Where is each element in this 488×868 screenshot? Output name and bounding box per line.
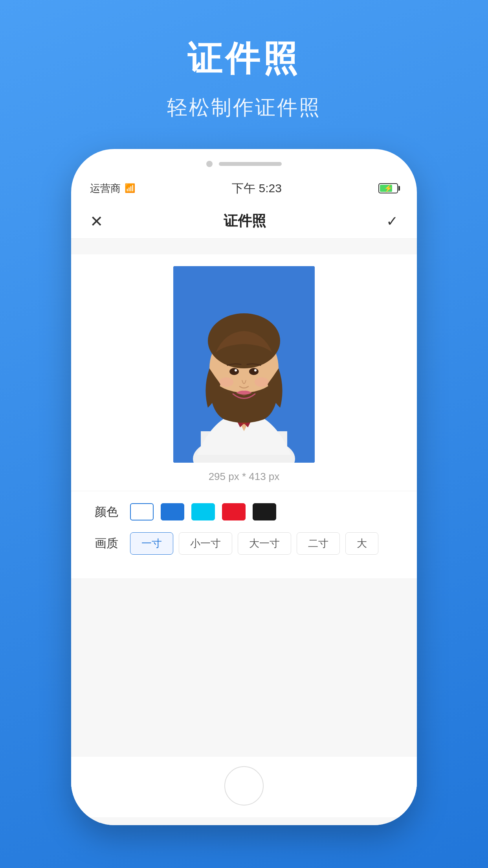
color-label: 颜色 bbox=[95, 504, 130, 520]
phone-frame: 运营商 📶 下午 5:23 ⚡ ✕ 证件照 ✓ bbox=[71, 149, 417, 825]
wifi-icon: 📶 bbox=[125, 183, 135, 193]
color-swatch-red[interactable] bbox=[222, 503, 246, 520]
battery-icon: ⚡ bbox=[378, 183, 398, 193]
page-title: 证件照 bbox=[187, 35, 301, 82]
photo-preview bbox=[173, 266, 315, 463]
home-button-area bbox=[71, 757, 417, 817]
photo-dimensions: 295 px * 413 px bbox=[209, 471, 280, 483]
color-row: 颜色 bbox=[95, 503, 393, 520]
battery-bolt: ⚡ bbox=[384, 184, 393, 193]
phone-top-bar bbox=[206, 161, 282, 167]
size-btn-large-2cun[interactable]: 大 bbox=[345, 532, 378, 555]
status-right: ⚡ bbox=[378, 183, 398, 193]
color-swatches bbox=[130, 503, 276, 520]
svg-point-10 bbox=[254, 369, 257, 371]
close-button[interactable]: ✕ bbox=[90, 212, 103, 230]
status-bar: 运营商 📶 下午 5:23 ⚡ bbox=[71, 173, 417, 204]
portrait-svg bbox=[173, 266, 315, 463]
color-swatch-cyan[interactable] bbox=[191, 503, 215, 520]
navbar-title: 证件照 bbox=[224, 211, 266, 231]
carrier-label: 运营商 bbox=[90, 182, 121, 195]
home-button[interactable] bbox=[224, 766, 264, 805]
content-area: 295 px * 413 px 颜色 画质 一寸 小一寸 bbox=[71, 239, 417, 825]
svg-point-12 bbox=[255, 377, 269, 387]
status-time: 下午 5:23 bbox=[232, 180, 282, 197]
quality-label: 画质 bbox=[95, 535, 130, 552]
phone-speaker bbox=[219, 162, 282, 166]
size-btn-2cun[interactable]: 二寸 bbox=[297, 532, 340, 555]
size-btn-1cun[interactable]: 一寸 bbox=[130, 532, 173, 555]
app-navbar: ✕ 证件照 ✓ bbox=[71, 204, 417, 239]
status-left: 运营商 📶 bbox=[90, 182, 135, 195]
controls-section: 颜色 画质 一寸 小一寸 大一寸 二寸 大 bbox=[71, 491, 417, 578]
svg-point-7 bbox=[229, 368, 239, 375]
svg-point-11 bbox=[219, 377, 233, 387]
page-subtitle: 轻松制作证件照 bbox=[167, 94, 321, 121]
color-swatch-blue[interactable] bbox=[161, 503, 184, 520]
svg-point-8 bbox=[249, 368, 259, 375]
color-swatch-black[interactable] bbox=[253, 503, 276, 520]
confirm-button[interactable]: ✓ bbox=[386, 213, 398, 230]
svg-point-9 bbox=[235, 369, 237, 371]
size-buttons: 一寸 小一寸 大一寸 二寸 大 bbox=[130, 532, 378, 555]
quality-row: 画质 一寸 小一寸 大一寸 二寸 大 bbox=[95, 532, 393, 555]
color-swatch-white[interactable] bbox=[130, 503, 154, 520]
phone-camera-dot bbox=[206, 161, 213, 167]
size-btn-large-1cun[interactable]: 大一寸 bbox=[238, 532, 291, 555]
size-btn-small-1cun[interactable]: 小一寸 bbox=[179, 532, 232, 555]
page-title-area: 证件照 轻松制作证件照 bbox=[167, 35, 321, 121]
photo-container: 295 px * 413 px bbox=[71, 254, 417, 491]
